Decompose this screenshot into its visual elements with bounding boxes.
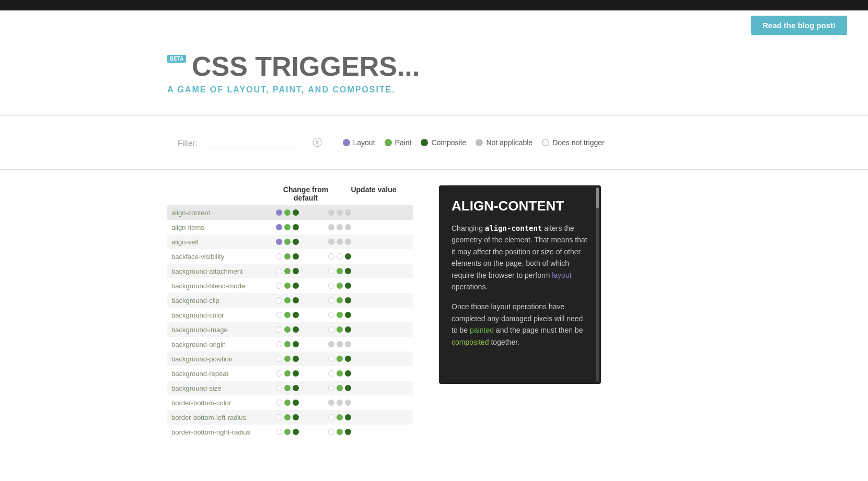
composite-dot <box>293 209 299 216</box>
composite-dot <box>293 268 299 274</box>
scrollbar-thumb[interactable] <box>596 187 599 208</box>
layout-dot <box>276 239 282 245</box>
composite-dot <box>345 414 351 420</box>
none-dot <box>276 356 282 362</box>
none-dot <box>328 326 334 333</box>
update-dots <box>328 209 380 216</box>
layout-label: Layout <box>353 138 375 147</box>
none-dot <box>276 283 282 289</box>
table-row[interactable]: background-attachment <box>167 264 413 278</box>
paint-dot <box>284 400 291 406</box>
composite-dot <box>345 429 351 435</box>
none-dot <box>328 312 334 318</box>
prop-name: background-repeat <box>171 370 276 378</box>
paint-dot <box>337 414 343 420</box>
paint-dot <box>284 429 291 435</box>
na-dot <box>337 341 343 347</box>
inline-code: align-content <box>485 224 542 232</box>
change-dots <box>276 385 328 391</box>
update-dots <box>328 297 380 303</box>
none-dot <box>328 253 334 260</box>
paint-label: Paint <box>395 138 412 147</box>
paint-dot <box>337 356 343 362</box>
table-row[interactable]: background-position <box>167 351 413 366</box>
clear-filter-button[interactable]: ⓧ <box>313 138 322 147</box>
detail-paragraph-2: Once those layout operations have comple… <box>452 301 588 348</box>
prop-name: background-blend-mode <box>171 282 276 290</box>
na-dot <box>328 239 334 245</box>
paint-dot <box>337 312 343 318</box>
filter-divider <box>0 169 868 170</box>
paint-dot <box>385 139 392 146</box>
change-dots <box>276 253 328 260</box>
change-dots <box>276 224 328 230</box>
none-label: Does not trigger <box>552 138 605 147</box>
composite-dot <box>293 370 299 377</box>
composite-dot <box>293 224 299 230</box>
none-dot <box>337 253 343 260</box>
change-dots <box>276 400 328 406</box>
update-dots <box>328 370 380 377</box>
paint-dot <box>284 297 291 303</box>
paint-dot <box>337 268 343 274</box>
table-row[interactable]: backface-visibility <box>167 249 413 264</box>
update-dots <box>328 312 380 318</box>
table-row[interactable]: align-content <box>167 205 413 220</box>
none-dot <box>276 385 282 391</box>
update-dots <box>328 253 380 260</box>
paint-link[interactable]: painted <box>470 326 494 334</box>
paint-dot <box>337 370 343 377</box>
prop-name: background-clip <box>171 297 276 304</box>
none-dot <box>328 297 334 303</box>
composite-dot <box>293 385 299 391</box>
layout-link[interactable]: layout <box>552 271 571 279</box>
none-dot <box>276 429 282 435</box>
na-dot <box>337 239 343 245</box>
paint-dot <box>284 326 291 333</box>
col-change-from-default: Change from default <box>272 185 340 202</box>
update-dots <box>328 268 380 274</box>
composite-dot <box>345 297 351 303</box>
table-row[interactable]: border-bottom-color <box>167 395 413 410</box>
table-row[interactable]: align-items <box>167 220 413 234</box>
table-row[interactable]: background-origin <box>167 337 413 351</box>
composite-dot <box>345 312 351 318</box>
composite-dot <box>293 239 299 245</box>
table-row[interactable]: border-bottom-right-radius <box>167 425 413 439</box>
filter-label: Filter: <box>178 138 198 147</box>
table-row[interactable]: align-self <box>167 234 413 249</box>
table-row[interactable]: background-size <box>167 381 413 395</box>
beta-badge: BETA <box>167 55 186 63</box>
header: BETA CSS TRIGGERS... A GAME OF LAYOUT, P… <box>0 35 868 105</box>
composite-dot <box>293 312 299 318</box>
css-table: align-content align-items <box>167 205 413 439</box>
none-dot <box>328 429 334 435</box>
na-dot <box>328 209 334 216</box>
blog-post-button[interactable]: Read the blog post! <box>751 16 847 35</box>
table-row[interactable]: border-bottom-left-radius <box>167 410 413 425</box>
na-dot <box>345 341 351 347</box>
paint-dot <box>284 370 291 377</box>
main-content: Change from default Update value align-c… <box>0 180 868 439</box>
filter-input[interactable] <box>208 137 302 148</box>
table-row[interactable]: background-repeat <box>167 366 413 381</box>
na-dot <box>345 239 351 245</box>
composite-link[interactable]: composited <box>452 338 489 346</box>
paint-dot <box>284 239 291 245</box>
composite-dot <box>293 400 299 406</box>
legend-paint: Paint <box>385 138 412 147</box>
layout-dot <box>276 224 282 230</box>
table-row[interactable]: background-color <box>167 308 413 322</box>
prop-name: border-bottom-left-radius <box>171 414 276 421</box>
paint-dot <box>284 283 291 289</box>
table-row[interactable]: background-image <box>167 322 413 337</box>
table-row[interactable]: background-blend-mode <box>167 278 413 293</box>
change-dots <box>276 283 328 289</box>
change-dots <box>276 326 328 333</box>
legend-composite: Composite <box>421 138 466 147</box>
detail-title: ALIGN-CONTENT <box>452 198 588 214</box>
composite-dot <box>345 385 351 391</box>
table-row[interactable]: background-clip <box>167 293 413 308</box>
prop-name: background-position <box>171 355 276 363</box>
paint-dot <box>337 385 343 391</box>
